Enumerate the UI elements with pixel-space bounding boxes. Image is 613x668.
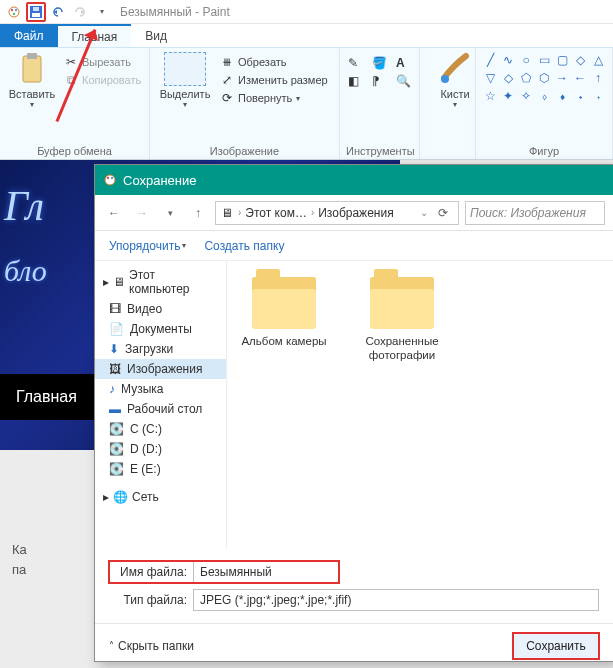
redo-button[interactable] [70, 2, 90, 22]
group-tools: Инструменты [346, 143, 413, 157]
canvas-text-1: Гл [4, 182, 44, 230]
save-qat-button[interactable] [26, 2, 46, 22]
svg-rect-5 [32, 13, 40, 17]
svg-rect-7 [23, 56, 41, 82]
new-folder-button[interactable]: Создать папку [204, 239, 284, 253]
brush-icon [438, 52, 472, 86]
title-bar: ▾ Безымянный - Paint [0, 0, 613, 24]
svg-rect-8 [27, 53, 37, 59]
dialog-title: Сохранение [123, 173, 197, 188]
filename-label: Имя файла: [109, 565, 187, 579]
tree-pictures[interactable]: 🖼Изображения [95, 359, 226, 379]
svg-point-14 [111, 177, 113, 179]
svg-point-9 [441, 75, 449, 83]
cut-button[interactable]: ✂ Вырезать [64, 55, 141, 69]
nav-back-button[interactable]: ← [103, 202, 125, 224]
breadcrumb-root[interactable]: Этот ком… [245, 206, 307, 220]
svg-point-12 [105, 175, 115, 185]
picker-tool[interactable]: ⁋ [372, 74, 392, 88]
folder-camera-roll[interactable]: Альбом камеры [239, 277, 329, 349]
text-tool[interactable]: A [396, 56, 416, 70]
fill-tool[interactable]: 🪣 [372, 56, 392, 70]
tab-home[interactable]: Главная [58, 24, 132, 47]
breadcrumb-dropdown[interactable]: ⌄ [420, 207, 428, 218]
organize-button[interactable]: Упорядочить ▾ [109, 239, 186, 253]
chevron-up-icon: ˄ [109, 640, 114, 651]
tree-documents[interactable]: 📄Документы [95, 319, 226, 339]
nav-up-button[interactable]: ↑ [187, 202, 209, 224]
tree-network[interactable]: ▸🌐Сеть [95, 487, 226, 507]
breadcrumb-current[interactable]: Изображения [318, 206, 393, 220]
tree-thispc[interactable]: ▸🖥Этот компьютер [95, 265, 226, 299]
tree-drive-d[interactable]: 💽D (D:) [95, 439, 226, 459]
paste-button[interactable]: Вставить ▾ [6, 52, 58, 109]
ribbon-tabs: Файл Главная Вид [0, 24, 613, 48]
tree-videos[interactable]: 🎞Видео [95, 299, 226, 319]
group-shapes: Фигур [482, 143, 606, 157]
svg-point-13 [107, 177, 109, 179]
save-dialog: Сохранение ← → ▾ ↑ 🖥 › Этот ком… › Изобр… [94, 164, 613, 662]
svg-point-2 [15, 8, 17, 10]
address-bar[interactable]: 🖥 › Этот ком… › Изображения ⌄ ⟳ [215, 201, 459, 225]
shapes-gallery[interactable]: ╱∿○▭▢◇△ ▽◇⬠⬡→←↑ ☆✦✧⬨⬧⬩⬪ [482, 52, 606, 104]
scissors-icon: ✂ [64, 55, 78, 69]
nav-history-button[interactable]: ▾ [159, 202, 181, 224]
canvas-text-2: бло [4, 254, 47, 288]
rotate-icon: ⟳ [220, 91, 234, 105]
svg-point-3 [13, 12, 15, 14]
refresh-button[interactable]: ⟳ [432, 202, 454, 224]
search-box[interactable]: Поиск: Изображения [465, 201, 605, 225]
copy-icon: ⧉ [64, 73, 78, 87]
hide-folders-toggle[interactable]: ˄ Скрыть папки [109, 639, 194, 653]
folder-content[interactable]: Альбом камеры Сохраненные фотографии [227, 261, 613, 549]
dialog-titlebar: Сохранение [95, 165, 613, 195]
svg-point-1 [11, 8, 13, 10]
crop-icon: ⧻ [220, 55, 234, 69]
undo-button[interactable] [48, 2, 68, 22]
svg-rect-6 [33, 7, 39, 11]
rotate-button[interactable]: ⟳ Повернуть ▾ [220, 91, 328, 105]
copy-button[interactable]: ⧉ Копировать [64, 73, 141, 87]
tab-file[interactable]: Файл [0, 24, 58, 47]
nav-fwd-button[interactable]: → [131, 202, 153, 224]
nav-tree[interactable]: ▸🖥Этот компьютер 🎞Видео 📄Документы ⬇Загр… [95, 261, 227, 549]
crop-button[interactable]: ⧻ Обрезать [220, 55, 328, 69]
save-button[interactable]: Сохранить [513, 633, 599, 659]
filetype-label: Тип файла: [109, 593, 187, 607]
qat-dropdown[interactable]: ▾ [92, 2, 112, 22]
pencil-tool[interactable]: ✎ [348, 56, 368, 70]
folder-saved-pictures[interactable]: Сохраненные фотографии [357, 277, 447, 363]
group-clipboard: Буфер обмена [6, 143, 143, 157]
filetype-select[interactable]: JPEG (*.jpg;*.jpeg;*.jpe;*.jfif) [193, 589, 599, 611]
zoom-tool[interactable]: 🔍 [396, 74, 416, 88]
paint-app-icon [103, 173, 117, 187]
resize-icon: ⤢ [220, 73, 234, 87]
tree-downloads[interactable]: ⬇Загрузки [95, 339, 226, 359]
tree-music[interactable]: ♪Музыка [95, 379, 226, 399]
select-rect-icon [164, 52, 206, 86]
select-button[interactable]: Выделить ▾ [156, 52, 214, 109]
tree-drive-e[interactable]: 💽E (E:) [95, 459, 226, 479]
tab-view[interactable]: Вид [131, 24, 181, 47]
svg-point-0 [9, 7, 19, 17]
filename-input[interactable]: Безымянный [193, 561, 339, 583]
paint-app-icon [4, 2, 24, 22]
pc-icon: 🖥 [220, 206, 234, 220]
group-image: Изображение [156, 143, 333, 157]
ribbon: Вставить ▾ ✂ Вырезать ⧉ Копировать Буфер… [0, 48, 613, 160]
tree-drive-c[interactable]: 💽C (С:) [95, 419, 226, 439]
resize-button[interactable]: ⤢ Изменить размер [220, 73, 328, 87]
tree-desktop[interactable]: ▬Рабочий стол [95, 399, 226, 419]
window-title: Безымянный - Paint [120, 5, 230, 19]
cropped-text: Ка па [12, 540, 27, 579]
eraser-tool[interactable]: ◧ [348, 74, 368, 88]
